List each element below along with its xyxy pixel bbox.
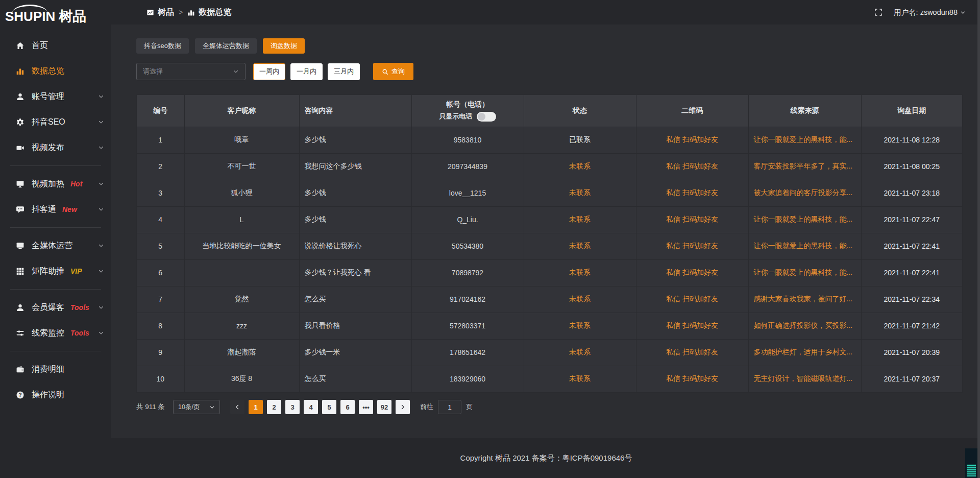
- page-button-6[interactable]: 6: [340, 400, 355, 414]
- cell-source-link[interactable]: 如何正确选择投影仪，买投影...: [748, 313, 861, 339]
- sidebar-item-badge: Tools: [70, 329, 89, 337]
- table-row: 6多少钱？让我死心 看70898792未联系私信 扫码加好友让你一眼就爱上的黑科…: [137, 259, 962, 286]
- period-button-one-month[interactable]: 一月内: [290, 63, 323, 80]
- cell-source-link[interactable]: 感谢大家喜欢我家，被问了好...: [748, 286, 861, 313]
- cell-content: 我想问这个多少钱: [299, 153, 411, 180]
- sidebar-item-member-baoke[interactable]: 会员爆客Tools: [0, 295, 111, 320]
- cell-status: 未联系: [524, 153, 636, 180]
- cell-source-link[interactable]: 让你一眼就爱上的黑科技，能...: [748, 206, 861, 233]
- cell-qr-link[interactable]: 私信 扫码加好友: [636, 153, 748, 180]
- sidebar-item-consume-detail[interactable]: 消费明细: [0, 356, 111, 382]
- cell-qr-link[interactable]: 私信 扫码加好友: [636, 366, 748, 392]
- period-button-three-months[interactable]: 三月内: [328, 63, 360, 80]
- sidebar-item-badge: VIP: [70, 267, 82, 275]
- page-button-92[interactable]: 92: [377, 400, 391, 414]
- sidebar-divider: [10, 165, 101, 166]
- cell-content: 说说价格让我死心: [299, 233, 411, 259]
- sidebar-item-home[interactable]: 首页: [0, 33, 111, 58]
- cell-source-link[interactable]: 让你一眼就爱上的黑科技，能...: [748, 259, 861, 286]
- col-header-date: 询盘日期: [861, 95, 962, 127]
- user-menu[interactable]: 用户名: zswodun88: [894, 8, 966, 17]
- cell-source-link[interactable]: 被大家追着问的客厅投影分享...: [748, 180, 861, 206]
- sidebar-item-clue-monitor[interactable]: 线索监控Tools: [0, 320, 111, 346]
- screen-play-icon: [15, 179, 24, 188]
- sidebar-item-video-heat[interactable]: 视频加热Hot: [0, 171, 111, 197]
- cell-qr-link[interactable]: 私信 扫码加好友: [636, 339, 748, 366]
- sidebar-item-doukoutong[interactable]: 抖客通New: [0, 197, 111, 222]
- table-row: 5当地比较能吃的一位美女说说价格让我死心50534380未联系私信 扫码加好友让…: [137, 233, 962, 259]
- cell-source-link[interactable]: 让你一眼就爱上的黑科技，能...: [748, 127, 861, 153]
- cell-id: 3: [137, 180, 184, 206]
- page-size-select[interactable]: 10条/页: [173, 400, 220, 414]
- breadcrumb-item-home[interactable]: 树品: [158, 7, 174, 18]
- page-button-3[interactable]: 3: [285, 400, 300, 414]
- period-button-one-week[interactable]: 一周内: [253, 63, 285, 80]
- cell-account: 917024162: [411, 286, 524, 313]
- period-buttons: 一周内一月内三月内: [253, 63, 360, 80]
- query-button[interactable]: 查询: [373, 63, 413, 80]
- sidebar-item-account-management[interactable]: 账号管理: [0, 84, 111, 109]
- cell-qr-link[interactable]: 私信 扫码加好友: [636, 313, 748, 339]
- chevron-down-icon: [98, 268, 104, 274]
- cell-qr-link[interactable]: 私信 扫码加好友: [636, 233, 748, 259]
- sidebar-item-media-operation[interactable]: 全媒体运营: [0, 233, 111, 258]
- cell-content: 多少钱？让我死心 看: [299, 259, 411, 286]
- inquiry-table: 编号 客户昵称 咨询内容 帐号（电话） 只显示电话 状态: [136, 94, 963, 393]
- scrollbar-track[interactable]: [977, 0, 980, 478]
- filter-select[interactable]: 请选择: [136, 63, 246, 80]
- prev-page-button[interactable]: [230, 400, 244, 414]
- cell-qr-link[interactable]: 私信 扫码加好友: [636, 259, 748, 286]
- tab-media-operation-data[interactable]: 全媒体运营数据: [195, 38, 257, 54]
- page-button-2[interactable]: 2: [267, 400, 281, 414]
- cell-id: 2: [137, 153, 184, 180]
- tab-douyin-seo-data[interactable]: 抖音seo数据: [136, 38, 189, 54]
- cell-status: 未联系: [524, 286, 636, 313]
- next-page-button[interactable]: [396, 400, 410, 414]
- logo: SHUPIN 树品: [0, 0, 111, 33]
- page-button-4[interactable]: 4: [304, 400, 318, 414]
- cell-nickname: 当地比较能吃的一位美女: [184, 233, 299, 259]
- filter-bar: 请选择 一周内一月内三月内 查询: [136, 63, 963, 80]
- fullscreen-icon[interactable]: [874, 8, 883, 16]
- cell-source-link[interactable]: 让你一眼就爱上的黑科技，能...: [748, 233, 861, 259]
- cell-id: 1: [137, 127, 184, 153]
- user-icon: [15, 92, 24, 101]
- tab-inquiry-data[interactable]: 询盘数据: [263, 38, 305, 54]
- table-row: 8zzz我只看价格572803371未联系私信 扫码加好友如何正确选择投影仪，买…: [137, 313, 962, 339]
- cell-qr-link[interactable]: 私信 扫码加好友: [636, 206, 748, 233]
- cell-qr-link[interactable]: 私信 扫码加好友: [636, 127, 748, 153]
- table-row: 3狐小狸多少钱love__1215未联系私信 扫码加好友被大家追着问的客厅投影分…: [137, 180, 962, 206]
- cell-id: 6: [137, 259, 184, 286]
- cell-content: 多少钱: [299, 206, 411, 233]
- sidebar-item-label: 全媒体运营: [32, 241, 72, 251]
- search-icon: [382, 68, 388, 75]
- cell-source-link[interactable]: 客厅安装投影半年多了，真实...: [748, 153, 861, 180]
- page-button-1[interactable]: 1: [249, 400, 263, 414]
- cell-qr-link[interactable]: 私信 扫码加好友: [636, 180, 748, 206]
- sidebar-item-data-overview[interactable]: 数据总览: [0, 58, 111, 84]
- sidebar-item-video-publish[interactable]: 视频发布: [0, 135, 111, 160]
- chevron-down-icon: [98, 145, 104, 151]
- cell-account: 50534380: [411, 233, 524, 259]
- sidebar-item-matrix-boost[interactable]: 矩阵助推VIP: [0, 258, 111, 284]
- sidebar-item-help[interactable]: ?操作说明: [0, 382, 111, 408]
- cell-source-link[interactable]: 无主灯设计，智能磁吸轨道灯...: [748, 366, 861, 392]
- cell-id: 5: [137, 233, 184, 259]
- cell-account: 572803371: [411, 313, 524, 339]
- cell-id: 7: [137, 286, 184, 313]
- goto-page-input[interactable]: [438, 400, 461, 414]
- col-header-id: 编号: [137, 95, 184, 127]
- page-button-5[interactable]: 5: [322, 400, 336, 414]
- question-icon: ?: [15, 390, 24, 399]
- col-header-nickname: 客户昵称: [184, 95, 299, 127]
- phone-only-toggle[interactable]: [477, 112, 496, 122]
- cell-source-link[interactable]: 多功能护栏灯，适用于乡村文...: [748, 339, 861, 366]
- sidebar-divider: [10, 351, 101, 351]
- sidebar-item-label: 抖音SEO: [32, 117, 65, 128]
- query-button-label: 查询: [391, 67, 405, 76]
- cell-date: 2021-11-07 22:34: [861, 286, 962, 313]
- pager-ellipsis[interactable]: •••: [359, 400, 373, 414]
- chevron-down-icon: [98, 119, 104, 125]
- cell-qr-link[interactable]: 私信 扫码加好友: [636, 286, 748, 313]
- sidebar-item-douyin-seo[interactable]: 抖音SEO: [0, 109, 111, 135]
